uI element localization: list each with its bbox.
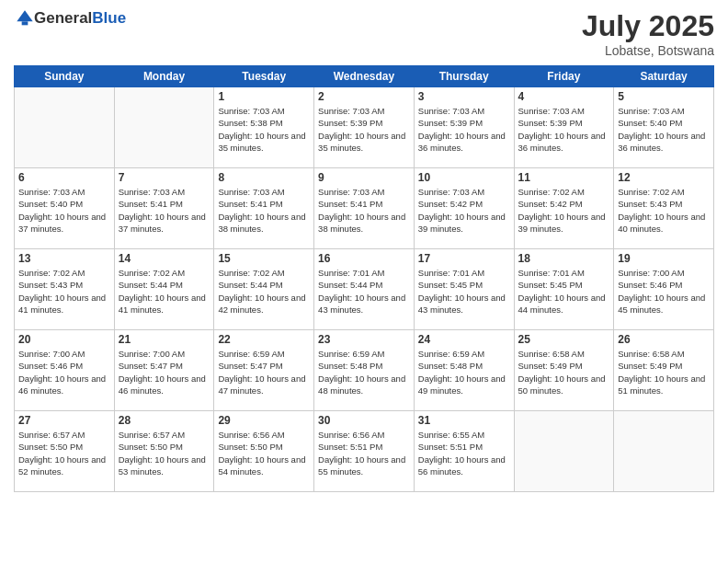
- day-number: 21: [119, 333, 210, 346]
- week-row-2: 13Sunrise: 7:02 AMSunset: 5:43 PMDayligh…: [15, 249, 714, 330]
- day-header-tuesday: Tuesday: [214, 66, 314, 87]
- day-header-friday: Friday: [514, 66, 614, 87]
- day-number: 31: [418, 414, 510, 427]
- day-number: 1: [218, 90, 310, 103]
- day-number: 14: [119, 252, 210, 265]
- day-number: 26: [618, 333, 710, 346]
- cell-content: Sunrise: 6:56 AMSunset: 5:50 PMDaylight:…: [218, 429, 310, 477]
- cell-content: Sunrise: 7:03 AMSunset: 5:41 PMDaylight:…: [318, 186, 410, 235]
- title-block: July 2025 Lobatse, Botswana: [582, 9, 714, 58]
- day-number: 29: [218, 414, 310, 427]
- calendar-table: SundayMondayTuesdayWednesdayThursdayFrid…: [14, 65, 714, 492]
- cell-content: Sunrise: 7:01 AMSunset: 5:44 PMDaylight:…: [318, 267, 410, 316]
- day-number: 4: [518, 90, 610, 103]
- cell-content: Sunrise: 6:57 AMSunset: 5:50 PMDaylight:…: [119, 429, 210, 477]
- day-number: 17: [418, 252, 510, 265]
- svg-marker-0: [17, 10, 32, 21]
- cell-content: Sunrise: 7:00 AMSunset: 5:46 PMDaylight:…: [18, 348, 110, 396]
- cell-content: Sunrise: 7:03 AMSunset: 5:38 PMDaylight:…: [218, 105, 310, 154]
- day-number: 7: [119, 171, 210, 184]
- calendar-title: July 2025: [582, 9, 714, 43]
- day-number: 3: [418, 90, 510, 103]
- cell-content: Sunrise: 7:03 AMSunset: 5:41 PMDaylight:…: [119, 186, 210, 235]
- cell-content: Sunrise: 6:59 AMSunset: 5:47 PMDaylight:…: [218, 348, 310, 396]
- cell-content: Sunrise: 7:03 AMSunset: 5:41 PMDaylight:…: [218, 186, 310, 235]
- cal-cell: 29Sunrise: 6:56 AMSunset: 5:50 PMDayligh…: [214, 411, 314, 492]
- cal-cell: 22Sunrise: 6:59 AMSunset: 5:47 PMDayligh…: [214, 330, 314, 411]
- day-number: 8: [218, 171, 310, 184]
- cal-cell: [15, 87, 115, 168]
- cal-cell: 28Sunrise: 6:57 AMSunset: 5:50 PMDayligh…: [114, 411, 214, 492]
- cell-content: Sunrise: 7:02 AMSunset: 5:44 PMDaylight:…: [119, 267, 210, 316]
- day-number: 5: [618, 90, 710, 103]
- cell-content: Sunrise: 6:56 AMSunset: 5:51 PMDaylight:…: [318, 429, 410, 477]
- logo-blue: Blue: [92, 9, 126, 27]
- cal-cell: 7Sunrise: 7:03 AMSunset: 5:41 PMDaylight…: [114, 168, 214, 249]
- day-number: 30: [318, 414, 410, 427]
- day-number: 16: [318, 252, 410, 265]
- cell-content: Sunrise: 7:03 AMSunset: 5:39 PMDaylight:…: [418, 105, 510, 154]
- cal-cell: 21Sunrise: 7:00 AMSunset: 5:47 PMDayligh…: [114, 330, 214, 411]
- cal-cell: [514, 411, 614, 492]
- cell-content: Sunrise: 7:01 AMSunset: 5:45 PMDaylight:…: [518, 267, 610, 316]
- cell-content: Sunrise: 7:00 AMSunset: 5:47 PMDaylight:…: [119, 348, 210, 396]
- day-number: 2: [318, 90, 410, 103]
- cal-cell: 2Sunrise: 7:03 AMSunset: 5:39 PMDaylight…: [314, 87, 415, 168]
- day-number: 12: [618, 171, 710, 184]
- cell-content: Sunrise: 7:02 AMSunset: 5:43 PMDaylight:…: [18, 267, 110, 316]
- cal-cell: 14Sunrise: 7:02 AMSunset: 5:44 PMDayligh…: [114, 249, 214, 330]
- cal-cell: 23Sunrise: 6:59 AMSunset: 5:48 PMDayligh…: [314, 330, 415, 411]
- cal-cell: 18Sunrise: 7:01 AMSunset: 5:45 PMDayligh…: [514, 249, 614, 330]
- header: GeneralBlue July 2025 Lobatse, Botswana: [14, 9, 714, 58]
- svg-rect-1: [22, 21, 28, 25]
- cell-content: Sunrise: 7:02 AMSunset: 5:43 PMDaylight:…: [618, 186, 710, 235]
- logo: GeneralBlue: [14, 9, 126, 28]
- cell-content: Sunrise: 7:03 AMSunset: 5:40 PMDaylight:…: [618, 105, 710, 154]
- logo-general: General: [34, 9, 92, 27]
- week-row-4: 27Sunrise: 6:57 AMSunset: 5:50 PMDayligh…: [15, 411, 714, 492]
- cal-cell: 24Sunrise: 6:59 AMSunset: 5:48 PMDayligh…: [414, 330, 514, 411]
- week-row-3: 20Sunrise: 7:00 AMSunset: 5:46 PMDayligh…: [15, 330, 714, 411]
- cell-content: Sunrise: 7:01 AMSunset: 5:45 PMDaylight:…: [418, 267, 510, 316]
- cal-cell: 31Sunrise: 6:55 AMSunset: 5:51 PMDayligh…: [414, 411, 514, 492]
- day-number: 28: [119, 414, 210, 427]
- cal-cell: 9Sunrise: 7:03 AMSunset: 5:41 PMDaylight…: [314, 168, 415, 249]
- cal-cell: [614, 411, 714, 492]
- day-header-row: SundayMondayTuesdayWednesdayThursdayFrid…: [15, 66, 714, 87]
- cal-cell: 12Sunrise: 7:02 AMSunset: 5:43 PMDayligh…: [614, 168, 714, 249]
- cal-cell: 3Sunrise: 7:03 AMSunset: 5:39 PMDaylight…: [414, 87, 514, 168]
- cell-content: Sunrise: 6:58 AMSunset: 5:49 PMDaylight:…: [518, 348, 610, 396]
- cell-content: Sunrise: 6:58 AMSunset: 5:49 PMDaylight:…: [618, 348, 710, 396]
- day-number: 19: [618, 252, 710, 265]
- cell-content: Sunrise: 7:03 AMSunset: 5:39 PMDaylight:…: [318, 105, 410, 154]
- calendar-subtitle: Lobatse, Botswana: [582, 43, 714, 58]
- cal-cell: 4Sunrise: 7:03 AMSunset: 5:39 PMDaylight…: [514, 87, 614, 168]
- cal-cell: 17Sunrise: 7:01 AMSunset: 5:45 PMDayligh…: [414, 249, 514, 330]
- cell-content: Sunrise: 7:02 AMSunset: 5:44 PMDaylight:…: [218, 267, 310, 316]
- day-number: 9: [318, 171, 410, 184]
- cal-cell: 10Sunrise: 7:03 AMSunset: 5:42 PMDayligh…: [414, 168, 514, 249]
- cal-cell: 11Sunrise: 7:02 AMSunset: 5:42 PMDayligh…: [514, 168, 614, 249]
- logo-icon: [16, 9, 34, 28]
- day-header-sunday: Sunday: [15, 66, 115, 87]
- cell-content: Sunrise: 7:03 AMSunset: 5:42 PMDaylight:…: [418, 186, 510, 235]
- cal-cell: 16Sunrise: 7:01 AMSunset: 5:44 PMDayligh…: [314, 249, 415, 330]
- day-header-monday: Monday: [114, 66, 214, 87]
- cal-cell: 27Sunrise: 6:57 AMSunset: 5:50 PMDayligh…: [15, 411, 115, 492]
- day-number: 24: [418, 333, 510, 346]
- day-number: 13: [18, 252, 110, 265]
- cal-cell: 26Sunrise: 6:58 AMSunset: 5:49 PMDayligh…: [614, 330, 714, 411]
- day-number: 15: [218, 252, 310, 265]
- day-number: 10: [418, 171, 510, 184]
- cal-cell: 20Sunrise: 7:00 AMSunset: 5:46 PMDayligh…: [15, 330, 115, 411]
- cal-cell: 6Sunrise: 7:03 AMSunset: 5:40 PMDaylight…: [15, 168, 115, 249]
- cell-content: Sunrise: 7:03 AMSunset: 5:39 PMDaylight:…: [518, 105, 610, 154]
- day-number: 6: [18, 171, 110, 184]
- calendar-page: GeneralBlue July 2025 Lobatse, Botswana …: [0, 0, 728, 563]
- cal-cell: 25Sunrise: 6:58 AMSunset: 5:49 PMDayligh…: [514, 330, 614, 411]
- cal-cell: 13Sunrise: 7:02 AMSunset: 5:43 PMDayligh…: [15, 249, 115, 330]
- cal-cell: 8Sunrise: 7:03 AMSunset: 5:41 PMDaylight…: [214, 168, 314, 249]
- cal-cell: 15Sunrise: 7:02 AMSunset: 5:44 PMDayligh…: [214, 249, 314, 330]
- cell-content: Sunrise: 6:59 AMSunset: 5:48 PMDaylight:…: [418, 348, 510, 396]
- week-row-1: 6Sunrise: 7:03 AMSunset: 5:40 PMDaylight…: [15, 168, 714, 249]
